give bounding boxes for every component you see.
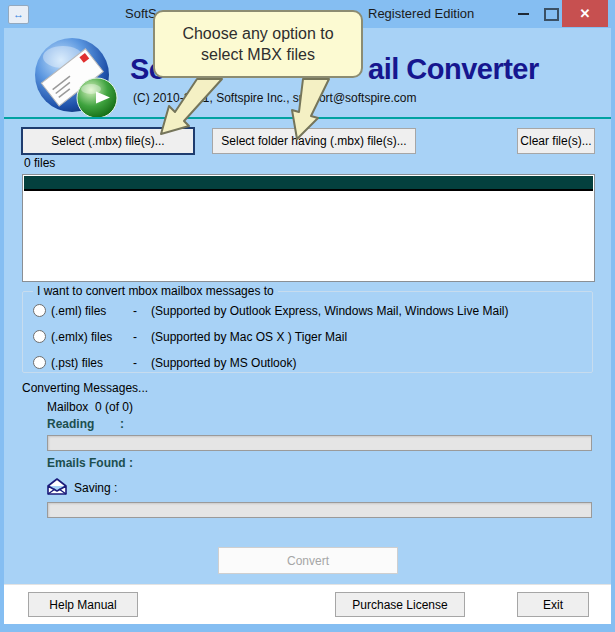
minimize-button[interactable] — [510, 0, 536, 27]
pst-description: (Supported by MS Outlook) — [151, 356, 296, 370]
convert-button[interactable]: Convert — [218, 547, 398, 574]
output-format-group: I want to convert mbox mailbox messages … — [22, 291, 593, 373]
file-count-label: 0 files — [24, 156, 55, 170]
emails-found-label: Emails Found : — [47, 456, 133, 470]
envelope-icon — [45, 477, 69, 497]
converting-messages-label: Converting Messages... — [22, 381, 148, 395]
pst-radio-label: (.pst) files — [51, 356, 103, 370]
emlx-separator: - — [133, 330, 137, 344]
saving-label: Saving : — [74, 481, 117, 495]
pst-separator: - — [133, 356, 137, 370]
eml-radio-label: (.eml) files — [51, 304, 106, 318]
help-manual-button[interactable]: Help Manual — [28, 592, 138, 617]
callout-line2: select MBX files — [201, 44, 315, 65]
pst-radio[interactable] — [33, 356, 46, 369]
file-list-box[interactable] — [22, 174, 595, 282]
close-icon: ✕ — [580, 6, 591, 21]
purchase-license-button[interactable]: Purchase License — [335, 592, 465, 617]
emlx-description: (Supported by Mac OS X ) Tiger Mail — [151, 330, 347, 344]
app-window-icon[interactable]: ↔ — [8, 5, 29, 24]
select-folder-button[interactable]: Select folder having (.mbx) file(s)... — [212, 128, 416, 154]
reading-colon: : — [120, 417, 124, 431]
header-divider — [4, 117, 611, 119]
minimize-icon — [518, 13, 529, 15]
app-logo — [33, 35, 119, 119]
clear-files-button[interactable]: Clear file(s)... — [517, 128, 595, 154]
eml-description: (Supported by Outlook Express, Windows M… — [151, 304, 508, 318]
exit-button[interactable]: Exit — [517, 592, 589, 617]
close-button[interactable]: ✕ — [562, 0, 608, 27]
reading-progress-bar — [47, 435, 592, 451]
maximize-icon — [544, 8, 559, 21]
file-list-header — [24, 176, 593, 191]
option-row-pst[interactable]: (.pst) files - (Supported by MS Outlook) — [23, 356, 592, 372]
emlx-radio-label: (.emlx) files — [51, 330, 112, 344]
eml-radio[interactable] — [33, 304, 46, 317]
select-mbx-files-button[interactable]: Select (.mbx) file(s)... — [22, 128, 194, 154]
maximize-button[interactable] — [538, 0, 562, 27]
saving-progress-bar — [47, 502, 592, 518]
mailbox-status-label: Mailbox 0 (of 0) — [47, 400, 133, 414]
eml-separator: - — [133, 304, 137, 318]
callout-tooltip: Choose any option to select MBX files — [153, 10, 363, 78]
window-title-right: Registered Edition — [368, 6, 474, 21]
brand-title-right: ail Converter — [368, 53, 539, 86]
option-row-emlx[interactable]: (.emlx) files - (Supported by Mac OS X )… — [23, 330, 592, 346]
callout-line1: Choose any option to — [182, 23, 333, 44]
copyright-line: (C) 2010-2011, Softspire Inc., support@s… — [133, 91, 416, 105]
option-row-eml[interactable]: (.eml) files - (Supported by Outlook Exp… — [23, 304, 592, 320]
reading-label: Reading — [47, 417, 94, 431]
emlx-radio[interactable] — [33, 330, 46, 343]
application-window: ↔ SoftS Registered Edition ✕ — [0, 0, 615, 632]
output-format-legend: I want to convert mbox mailbox messages … — [33, 284, 278, 298]
